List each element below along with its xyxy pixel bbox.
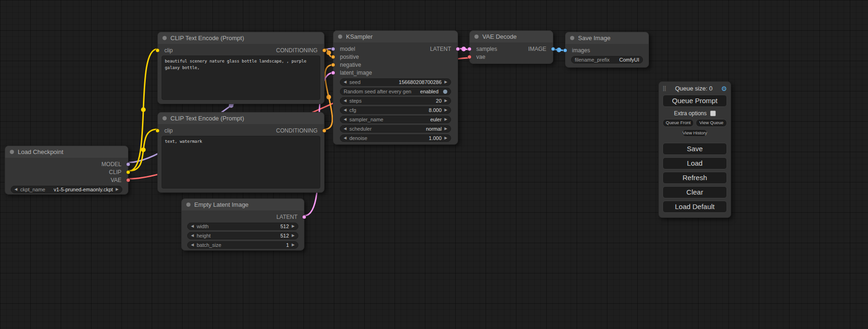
decrement-arrow-icon[interactable]: ◀ (344, 136, 346, 140)
output-port-conditioning[interactable] (322, 128, 326, 133)
increment-arrow-icon[interactable]: ▶ (292, 234, 295, 238)
view-history-button[interactable]: View History (682, 129, 708, 137)
input-port-latent-image[interactable] (331, 70, 335, 75)
increment-arrow-icon[interactable]: ▶ (445, 127, 447, 131)
node-title-bar[interactable]: Save Image (565, 32, 649, 44)
input-port-samples[interactable] (467, 47, 472, 51)
increment-arrow-icon[interactable]: ▶ (445, 99, 447, 103)
output-port-vae[interactable] (126, 178, 130, 182)
node-title-bar[interactable]: Empty Latent Image (182, 199, 304, 210)
collapse-dot-icon[interactable] (570, 36, 574, 40)
decrement-arrow-icon[interactable]: ◀ (344, 127, 346, 131)
node-save-image[interactable]: Save Image images filename_prefix ComfyU… (565, 32, 649, 68)
widget-steps[interactable]: ◀ steps 20 ▶ (340, 97, 451, 105)
output-port-clip[interactable] (126, 170, 130, 174)
wire-clip-positive (129, 49, 157, 171)
node-ksampler[interactable]: KSampler model LATENT positive negative … (333, 30, 458, 145)
input-port-vae[interactable] (467, 55, 472, 59)
widget-label: sampler_name (349, 117, 383, 122)
input-label-images: images (572, 47, 590, 54)
input-port-images[interactable] (563, 48, 567, 52)
node-title: KSampler (346, 33, 373, 40)
prompt-textarea[interactable]: text, watermark (162, 136, 320, 189)
widget-label: seed (349, 79, 360, 85)
decrement-arrow-icon[interactable]: ◀ (14, 188, 17, 191)
input-port-negative[interactable] (331, 63, 335, 67)
increment-arrow-icon[interactable]: ▶ (445, 136, 447, 140)
node-title-bar[interactable]: KSampler (333, 31, 458, 42)
widget-sampler-name[interactable]: ◀ sampler_name euler ▶ (340, 116, 451, 123)
node-title: Load Checkpoint (18, 148, 64, 155)
output-port-conditioning[interactable] (322, 48, 326, 52)
widget-filename-prefix[interactable]: filename_prefix ComfyUI (571, 56, 643, 63)
widget-seed[interactable]: ◀ seed 156680208700286 ▶ (340, 78, 451, 86)
increment-arrow-icon[interactable]: ▶ (445, 80, 447, 84)
refresh-button[interactable]: Refresh (663, 172, 727, 184)
node-clip-text-encode-negative[interactable]: CLIP Text Encode (Prompt) clip CONDITION… (157, 112, 325, 193)
clear-button[interactable]: Clear (663, 186, 727, 198)
output-port-latent[interactable] (456, 47, 460, 51)
input-port-model[interactable] (331, 47, 335, 51)
input-port-clip[interactable] (155, 48, 160, 52)
increment-arrow-icon[interactable]: ▶ (292, 224, 295, 228)
collapse-dot-icon[interactable] (338, 35, 342, 39)
input-port-clip[interactable] (155, 128, 160, 133)
extra-options-checkbox[interactable] (710, 111, 716, 116)
widget-value: 8.000 (429, 107, 442, 113)
node-load-checkpoint[interactable]: Load Checkpoint MODEL CLIP VAE ◀ ckpt_na… (5, 146, 128, 195)
widget-scheduler[interactable]: ◀ scheduler normal ▶ (340, 125, 451, 133)
increment-arrow-icon[interactable]: ▶ (292, 243, 295, 247)
collapse-dot-icon[interactable] (162, 116, 167, 120)
widget-cfg[interactable]: ◀ cfg 8.000 ▶ (340, 106, 451, 114)
widget-width[interactable]: ◀ width 512 ▶ (187, 223, 298, 230)
view-queue-button[interactable]: View Queue (696, 119, 727, 127)
queue-front-button[interactable]: Queue Front (663, 119, 694, 127)
increment-arrow-icon[interactable]: ▶ (116, 188, 119, 191)
decrement-arrow-icon[interactable]: ◀ (344, 80, 346, 84)
node-title-bar[interactable]: CLIP Text Encode (Prompt) (158, 112, 324, 124)
slot-row: negative (333, 61, 458, 69)
increment-arrow-icon[interactable]: ▶ (445, 118, 447, 121)
node-title-bar[interactable]: Load Checkpoint (5, 146, 128, 158)
collapse-dot-icon[interactable] (186, 203, 191, 207)
node-empty-latent-image[interactable]: Empty Latent Image LATENT ◀ width 512 ▶ … (181, 198, 304, 251)
output-port-latent[interactable] (302, 215, 306, 219)
decrement-arrow-icon[interactable]: ◀ (191, 224, 194, 228)
node-title-bar[interactable]: CLIP Text Encode (Prompt) (158, 32, 324, 44)
input-label-negative: negative (340, 62, 361, 68)
widget-random-seed-toggle[interactable]: Random seed after every gen enabled (340, 88, 451, 95)
widget-denoise[interactable]: ◀ denoise 1.000 ▶ (340, 134, 451, 142)
load-default-button[interactable]: Load Default (663, 201, 727, 213)
decrement-arrow-icon[interactable]: ◀ (344, 108, 346, 112)
node-title-bar[interactable]: VAE Decode (470, 31, 553, 42)
node-vae-decode[interactable]: VAE Decode samples IMAGE vae (469, 30, 553, 64)
output-port-image[interactable] (551, 47, 555, 51)
drag-handle-icon[interactable]: ⣿ (663, 85, 666, 91)
toggle-dot-icon[interactable] (443, 90, 447, 94)
collapse-dot-icon[interactable] (10, 150, 14, 154)
decrement-arrow-icon[interactable]: ◀ (191, 234, 194, 238)
decrement-arrow-icon[interactable]: ◀ (344, 99, 346, 103)
node-clip-text-encode-positive[interactable]: CLIP Text Encode (Prompt) clip CONDITION… (157, 32, 325, 104)
save-button[interactable]: Save (663, 143, 727, 155)
input-port-positive[interactable] (331, 55, 335, 59)
widget-value: euler (430, 117, 441, 122)
load-button[interactable]: Load (663, 157, 727, 169)
collapse-dot-icon[interactable] (474, 35, 479, 39)
input-label-clip: clip (164, 127, 173, 134)
widget-batch-size[interactable]: ◀ batch_size 1 ▶ (187, 241, 298, 249)
collapse-dot-icon[interactable] (162, 36, 167, 40)
input-label-latent-image: latent_image (340, 70, 372, 76)
queue-prompt-button[interactable]: Queue Prompt (663, 95, 727, 107)
widget-ckpt-name[interactable]: ◀ ckpt_name v1-5-pruned-emaonly.ckpt ▶ (11, 186, 122, 193)
increment-arrow-icon[interactable]: ▶ (445, 108, 447, 112)
prompt-textarea[interactable]: beautiful scenery nature glass bottle la… (162, 56, 320, 100)
settings-gear-icon[interactable]: ⚙ (721, 85, 727, 92)
graph-canvas[interactable]: Load Checkpoint MODEL CLIP VAE ◀ ckpt_na… (0, 0, 868, 329)
output-port-model[interactable] (126, 162, 130, 166)
node-title: Save Image (578, 35, 610, 42)
decrement-arrow-icon[interactable]: ◀ (344, 118, 346, 121)
widget-height[interactable]: ◀ height 512 ▶ (187, 232, 298, 239)
decrement-arrow-icon[interactable]: ◀ (191, 243, 194, 247)
wire-midpoint-dot (557, 48, 561, 52)
